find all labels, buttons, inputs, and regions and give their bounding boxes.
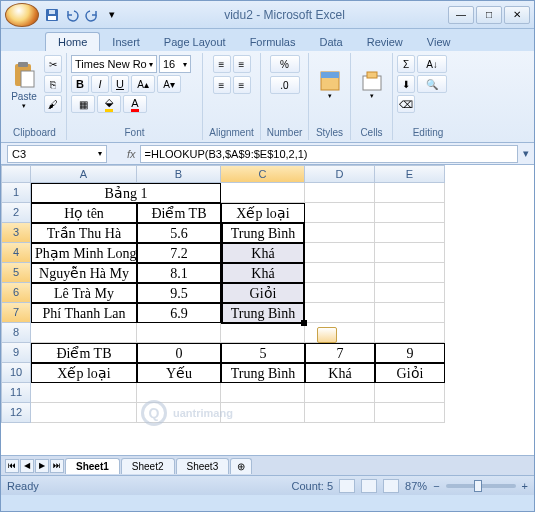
cell-E5[interactable]: [375, 263, 445, 283]
italic-button[interactable]: I: [91, 75, 109, 93]
cell-B10[interactable]: Yếu: [137, 363, 221, 383]
format-painter-icon[interactable]: 🖌: [44, 95, 62, 113]
cell-B2[interactable]: Điểm TB: [137, 203, 221, 223]
cell-C8[interactable]: [221, 323, 305, 343]
cell-D12[interactable]: [305, 403, 375, 423]
new-sheet-icon[interactable]: ⊕: [230, 458, 252, 474]
row-header-1[interactable]: 1: [1, 183, 31, 203]
cell-D2[interactable]: [305, 203, 375, 223]
cell-B11[interactable]: [137, 383, 221, 403]
row-header-12[interactable]: 12: [1, 403, 31, 423]
underline-button[interactable]: U: [111, 75, 129, 93]
cell-D6[interactable]: [305, 283, 375, 303]
tab-review[interactable]: Review: [355, 33, 415, 51]
sheet-tab-3[interactable]: Sheet3: [176, 458, 230, 474]
fx-icon[interactable]: fx: [127, 148, 136, 160]
copy-icon[interactable]: ⎘: [44, 75, 62, 93]
cell-C4[interactable]: Khá: [221, 243, 305, 263]
percent-button[interactable]: %: [270, 55, 300, 73]
align-center-icon[interactable]: ≡: [233, 76, 251, 94]
cell-C12[interactable]: [221, 403, 305, 423]
formula-bar[interactable]: =HLOOKUP(B3,$A$9:$E$10,2,1): [140, 145, 518, 163]
fill-icon[interactable]: ⬇: [397, 75, 415, 93]
office-button[interactable]: [5, 3, 39, 27]
cell-A8[interactable]: [31, 323, 137, 343]
qat-dropdown-icon[interactable]: ▾: [103, 6, 121, 24]
col-header-B[interactable]: B: [137, 165, 221, 183]
cell-E10[interactable]: Giỏi: [375, 363, 445, 383]
cell-D5[interactable]: [305, 263, 375, 283]
tab-view[interactable]: View: [415, 33, 463, 51]
cell-E2[interactable]: [375, 203, 445, 223]
cell-A3[interactable]: Trần Thu Hà: [31, 223, 137, 243]
align-left-icon[interactable]: ≡: [213, 76, 231, 94]
cell-E4[interactable]: [375, 243, 445, 263]
expand-formula-icon[interactable]: ▾: [518, 147, 534, 160]
cell-B3[interactable]: 5.6: [137, 223, 221, 243]
cell-E3[interactable]: [375, 223, 445, 243]
number-format-icon[interactable]: .0: [270, 76, 300, 94]
cell-D3[interactable]: [305, 223, 375, 243]
row-header-10[interactable]: 10: [1, 363, 31, 383]
cell-D7[interactable]: [305, 303, 375, 323]
cell-E11[interactable]: [375, 383, 445, 403]
font-size-combo[interactable]: 16▾: [159, 55, 191, 73]
cell-C9[interactable]: 5: [221, 343, 305, 363]
cell-C11[interactable]: [221, 383, 305, 403]
cell-C5[interactable]: Khá: [221, 263, 305, 283]
row-header-11[interactable]: 11: [1, 383, 31, 403]
cell-E7[interactable]: [375, 303, 445, 323]
row-header-2[interactable]: 2: [1, 203, 31, 223]
cell-A10[interactable]: Xếp loại: [31, 363, 137, 383]
cell-A7[interactable]: Phí Thanh Lan: [31, 303, 137, 323]
row-header-7[interactable]: 7: [1, 303, 31, 323]
cell-B4[interactable]: 7.2: [137, 243, 221, 263]
row-header-6[interactable]: 6: [1, 283, 31, 303]
shrink-font-icon[interactable]: A▾: [157, 75, 181, 93]
cut-icon[interactable]: ✂: [44, 55, 62, 73]
cell-C3[interactable]: Trung Bình: [221, 223, 305, 243]
cell-C1[interactable]: [221, 183, 305, 203]
sheet-tab-1[interactable]: Sheet1: [65, 458, 120, 474]
cell-A11[interactable]: [31, 383, 137, 403]
cell-E8[interactable]: [375, 323, 445, 343]
row-header-4[interactable]: 4: [1, 243, 31, 263]
align-middle-icon[interactable]: ≡: [233, 55, 251, 73]
cell-D9[interactable]: 7: [305, 343, 375, 363]
cell-A6[interactable]: Lê Trà My: [31, 283, 137, 303]
sheet-nav-next[interactable]: ▶: [35, 459, 49, 473]
sheet-nav-last[interactable]: ⏭: [50, 459, 64, 473]
border-icon[interactable]: ▦: [71, 95, 95, 113]
cell-E6[interactable]: [375, 283, 445, 303]
cell-B8[interactable]: [137, 323, 221, 343]
redo-icon[interactable]: [83, 6, 101, 24]
zoom-out-icon[interactable]: −: [433, 480, 439, 492]
cell-C6[interactable]: Giỏi: [221, 283, 305, 303]
undo-icon[interactable]: [63, 6, 81, 24]
row-header-5[interactable]: 5: [1, 263, 31, 283]
cell-C2[interactable]: Xếp loại: [221, 203, 305, 223]
styles-button[interactable]: ▾: [313, 55, 346, 115]
font-color-icon[interactable]: A: [123, 95, 147, 113]
cell-B7[interactable]: 6.9: [137, 303, 221, 323]
tab-insert[interactable]: Insert: [100, 33, 152, 51]
view-break-icon[interactable]: [383, 479, 399, 493]
col-header-A[interactable]: A: [31, 165, 137, 183]
zoom-slider[interactable]: [446, 484, 516, 488]
tab-formulas[interactable]: Formulas: [238, 33, 308, 51]
cell-A12[interactable]: [31, 403, 137, 423]
cell-A1[interactable]: Bảng 1: [31, 183, 221, 203]
paste-button[interactable]: Paste ▾: [7, 55, 41, 115]
autosum-icon[interactable]: Σ: [397, 55, 415, 73]
cell-D1[interactable]: [305, 183, 375, 203]
zoom-in-icon[interactable]: +: [522, 480, 528, 492]
row-header-8[interactable]: 8: [1, 323, 31, 343]
save-icon[interactable]: [43, 6, 61, 24]
fill-handle[interactable]: [301, 320, 307, 326]
cell-A2[interactable]: Họ tên: [31, 203, 137, 223]
view-layout-icon[interactable]: [361, 479, 377, 493]
cell-C10[interactable]: Trung Bình: [221, 363, 305, 383]
tab-home[interactable]: Home: [45, 32, 100, 51]
tab-data[interactable]: Data: [307, 33, 354, 51]
sheet-tab-2[interactable]: Sheet2: [121, 458, 175, 474]
